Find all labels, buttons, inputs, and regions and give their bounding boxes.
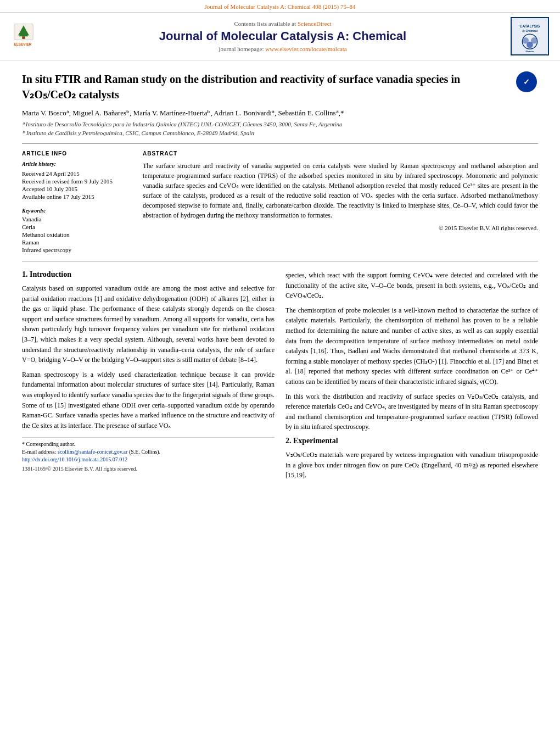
svg-text:A: Chemical: A: Chemical (522, 30, 537, 32)
svg-text:Elsevier: Elsevier (526, 50, 534, 53)
section1-right-para2: The chemisorption of probe molecules is … (285, 305, 538, 387)
body-left-col: 1. Introduction Catalysts based on suppo… (22, 270, 275, 485)
journal-ref-text: Journal of Molecular Catalysis A: Chemic… (205, 3, 356, 10)
section2-para1: V₂O₅/CeO₂ materials were prepared by wet… (285, 450, 538, 481)
available-date: Available online 17 July 2015 (22, 193, 132, 200)
section1-right-para1: species, which react with the support fo… (285, 270, 538, 301)
corresponding-note: * Corresponding author. (22, 441, 275, 447)
keyword-3: Methanol oxidation (22, 231, 132, 238)
crossmark-icon: ✓ (516, 71, 537, 92)
affiliation-a: ᵃ Instituto de Desarrollo Tecnológico pa… (22, 121, 538, 128)
header-divider (22, 143, 538, 144)
doi-link[interactable]: http://dx.doi.org/10.1016/j.molcata.2015… (22, 456, 275, 462)
crossmark-logo[interactable]: ✓ (516, 71, 538, 92)
contents-line: Contents lists available at ScienceDirec… (60, 20, 505, 27)
email-label: E-mail address: (22, 449, 56, 455)
svg-point-11 (527, 42, 533, 48)
accepted-date: Accepted 10 July 2015 (22, 186, 132, 192)
body-section: 1. Introduction Catalysts based on suppo… (22, 270, 538, 485)
section1-para1: Catalysts based on supported vanadium ox… (22, 283, 275, 365)
footer-issn: 1381-1169/© 2015 Elsevier B.V. All right… (22, 466, 275, 472)
abstract-label: ABSTRACT (143, 150, 538, 157)
article-info-label: ARTICLE INFO (22, 150, 132, 157)
abstract-col: ABSTRACT The surface structure and react… (143, 150, 538, 254)
article-title-section: In situ FTIR and Raman study on the dist… (22, 71, 538, 102)
contents-text: Contents lists available at (234, 20, 296, 27)
svg-text:ELSEVIER: ELSEVIER (14, 42, 32, 46)
abstract-text: The surface structure and reactivity of … (143, 161, 538, 220)
received-revised-date: Received in revised form 9 July 2015 (22, 178, 132, 185)
authors-line: Marta V. Boscoᵃ, Miguel A. Bañaresᵇ, Mar… (22, 109, 538, 118)
journal-homepage: journal homepage: www.elsevier.com/locat… (60, 46, 505, 52)
catalyst-logo-box: CATALYSIS A: Chemical Elsevier (511, 17, 549, 55)
svg-text:CATALYSIS: CATALYSIS (520, 24, 540, 28)
svg-rect-3 (22, 36, 25, 39)
article-info-col: ARTICLE INFO Article history: Received 2… (22, 150, 132, 254)
footnote-section: * Corresponding author. E-mail address: … (22, 437, 275, 455)
received-date: Received 24 April 2015 (22, 170, 132, 177)
keyword-1: Vanadia (22, 216, 132, 222)
email-note: E-mail address: scollins@santafe-conicet… (22, 449, 275, 455)
homepage-url[interactable]: www.elsevier.com/locate/molcata (265, 46, 346, 52)
keyword-5: Infrared spectrscopy (22, 247, 132, 253)
body-divider (22, 261, 538, 261)
section1-heading: 1. Introduction (22, 270, 275, 279)
keyword-4: Raman (22, 239, 132, 246)
header-center: Contents lists available at ScienceDirec… (60, 20, 505, 52)
history-label: Article history: (22, 161, 132, 167)
sciencedirect-link[interactable]: ScienceDirect (298, 20, 332, 27)
copyright-text: © 2015 Elsevier B.V. All rights reserved… (143, 225, 538, 231)
email-address[interactable]: scollins@santafe-conicet.gov.ar (58, 449, 127, 455)
section1-para2: Raman spectroscopy is a widely used char… (22, 370, 275, 431)
journal-reference-bar: Journal of Molecular Catalysis A: Chemic… (0, 0, 560, 12)
email-suffix: (S.E. Collins). (129, 449, 160, 455)
affiliation-b: ᵇ Instituto de Catálisis y Petroleoquími… (22, 130, 538, 137)
main-content: In situ FTIR and Raman study on the dist… (0, 60, 560, 496)
article-title: In situ FTIR and Raman study on the dist… (22, 71, 508, 102)
catalyst-logo: CATALYSIS A: Chemical Elsevier (505, 17, 549, 55)
elsevier-logo: ELSEVIER (11, 21, 60, 51)
journal-title: Journal of Molecular Catalysis A: Chemic… (60, 29, 505, 43)
journal-header: ELSEVIER Contents lists available at Sci… (0, 12, 560, 60)
keyword-2: Ceria (22, 224, 132, 230)
homepage-label: journal homepage: (219, 46, 264, 52)
info-abstract-section: ARTICLE INFO Article history: Received 2… (22, 150, 538, 254)
section1-right-para3: In this work the distribution and reacti… (285, 392, 538, 432)
body-right-col: species, which react with the support fo… (285, 270, 538, 485)
keywords-label: Keywords: (22, 208, 132, 214)
section2-heading: 2. Experimental (285, 437, 538, 445)
